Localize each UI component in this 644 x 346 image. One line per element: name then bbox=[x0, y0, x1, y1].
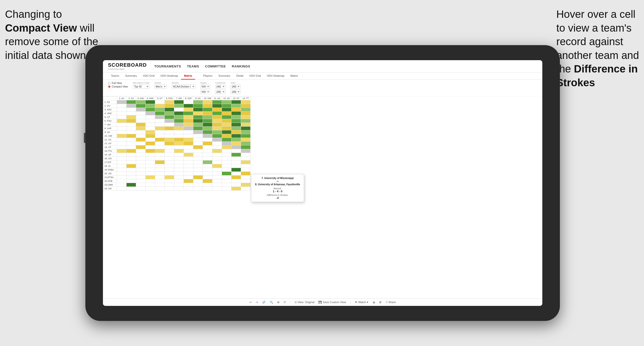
matrix-cell[interactable] bbox=[136, 187, 146, 191]
matrix-cell[interactable] bbox=[231, 104, 241, 108]
matrix-cell[interactable] bbox=[174, 115, 184, 119]
matrix-cell[interactable] bbox=[184, 104, 193, 108]
matrix-cell[interactable] bbox=[193, 112, 203, 115]
matrix-cell[interactable] bbox=[222, 176, 231, 179]
matrix-cell[interactable] bbox=[155, 160, 165, 164]
matrix-cell[interactable] bbox=[203, 108, 212, 112]
matrix-cell[interactable] bbox=[231, 183, 241, 187]
matrix-cell[interactable] bbox=[222, 130, 231, 134]
matrix-cell[interactable] bbox=[222, 153, 231, 157]
matrix-cell[interactable] bbox=[146, 138, 155, 142]
matrix-cell[interactable] bbox=[136, 108, 146, 112]
matrix-cell[interactable] bbox=[222, 168, 231, 172]
matrix-cell[interactable] bbox=[136, 134, 146, 138]
matrix-cell[interactable] bbox=[212, 119, 222, 123]
matrix-cell[interactable] bbox=[203, 104, 212, 108]
matrix-cell[interactable] bbox=[212, 134, 222, 138]
matrix-cell[interactable] bbox=[165, 157, 174, 160]
matrix-cell[interactable] bbox=[127, 123, 136, 127]
matrix-cell[interactable] bbox=[174, 179, 184, 183]
toolbar-redo[interactable]: ↪ bbox=[256, 301, 258, 304]
matrix-cell[interactable] bbox=[193, 157, 203, 160]
matrix-cell[interactable] bbox=[127, 112, 136, 115]
matrix-cell[interactable] bbox=[136, 115, 146, 119]
matrix-cell[interactable] bbox=[193, 172, 203, 176]
matrix-cell[interactable] bbox=[212, 145, 222, 149]
subtab-p-detail[interactable]: Detail bbox=[233, 72, 246, 79]
matrix-cell[interactable] bbox=[241, 164, 251, 168]
matrix-cell[interactable] bbox=[212, 172, 222, 176]
matrix-cell[interactable] bbox=[146, 115, 155, 119]
toolbar-link[interactable]: 🔗 bbox=[262, 301, 266, 304]
matrix-cell[interactable] bbox=[231, 187, 241, 191]
matrix-cell[interactable] bbox=[146, 112, 155, 115]
matrix-cell[interactable] bbox=[127, 130, 136, 134]
subtab-teams[interactable]: Teams bbox=[108, 72, 122, 79]
matrix-cell[interactable] bbox=[136, 149, 146, 153]
matrix-cell[interactable] bbox=[212, 164, 222, 168]
matrix-cell[interactable] bbox=[146, 142, 155, 145]
matrix-cell[interactable] bbox=[203, 130, 212, 134]
matrix-cell[interactable] bbox=[117, 119, 127, 123]
matrix-cell[interactable] bbox=[155, 108, 165, 112]
matrix-cell[interactable] bbox=[174, 138, 184, 142]
matrix-cell[interactable] bbox=[117, 149, 127, 153]
matrix-cell[interactable] bbox=[146, 149, 155, 153]
matrix-cell[interactable] bbox=[212, 112, 222, 115]
matrix-cell[interactable] bbox=[146, 183, 155, 187]
matrix-cell[interactable] bbox=[231, 179, 241, 183]
matrix-cell[interactable] bbox=[231, 119, 241, 123]
matrix-cell[interactable] bbox=[222, 160, 231, 164]
matrix-cell[interactable] bbox=[212, 115, 222, 119]
matrix-cell[interactable] bbox=[231, 153, 241, 157]
subtab-h2h-grid[interactable]: H2H Grid bbox=[140, 72, 157, 79]
matrix-cell[interactable] bbox=[212, 123, 222, 127]
filter-max-teams-select[interactable]: Top 50 bbox=[133, 84, 149, 89]
matrix-cell[interactable] bbox=[165, 104, 174, 108]
subtab-p-h2h-grid[interactable]: H2H Grid bbox=[246, 72, 264, 79]
matrix-cell[interactable] bbox=[241, 145, 251, 149]
filter-gender-select[interactable]: Men's bbox=[154, 84, 167, 89]
matrix-cell[interactable] bbox=[117, 134, 127, 138]
matrix-cell[interactable] bbox=[222, 138, 231, 142]
matrix-cell[interactable] bbox=[155, 142, 165, 145]
matrix-cell[interactable] bbox=[184, 119, 193, 123]
matrix-cell[interactable] bbox=[174, 127, 184, 130]
matrix-cell[interactable] bbox=[174, 100, 184, 104]
matrix-cell[interactable] bbox=[203, 187, 212, 191]
matrix-cell[interactable] bbox=[203, 115, 212, 119]
matrix-cell[interactable] bbox=[155, 130, 165, 134]
matrix-cell[interactable] bbox=[231, 100, 241, 104]
matrix-cell[interactable] bbox=[174, 172, 184, 176]
subtab-summary[interactable]: Summary bbox=[122, 72, 140, 79]
matrix-cell[interactable] bbox=[136, 119, 146, 123]
matrix-cell[interactable] bbox=[212, 127, 222, 130]
matrix-cell[interactable] bbox=[127, 168, 136, 172]
matrix-cell[interactable] bbox=[231, 149, 241, 153]
matrix-cell[interactable] bbox=[184, 164, 193, 168]
matrix-cell[interactable] bbox=[241, 149, 251, 153]
matrix-cell[interactable] bbox=[155, 153, 165, 157]
matrix-cell[interactable] bbox=[241, 179, 251, 183]
matrix-cell[interactable] bbox=[155, 100, 165, 104]
matrix-cell[interactable] bbox=[155, 176, 165, 179]
matrix-cell[interactable] bbox=[231, 157, 241, 160]
matrix-cell[interactable] bbox=[212, 104, 222, 108]
matrix-cell[interactable] bbox=[136, 145, 146, 149]
matrix-cell[interactable] bbox=[193, 119, 203, 123]
matrix-cell[interactable] bbox=[222, 157, 231, 160]
matrix-cell[interactable] bbox=[146, 157, 155, 160]
matrix-cell[interactable] bbox=[203, 157, 212, 160]
matrix-cell[interactable] bbox=[231, 123, 241, 127]
matrix-cell[interactable] bbox=[203, 176, 212, 179]
matrix-cell[interactable] bbox=[184, 138, 193, 142]
matrix-cell[interactable] bbox=[155, 104, 165, 108]
filter-conference-select[interactable]: (All) bbox=[215, 84, 225, 89]
matrix-cell[interactable] bbox=[184, 145, 193, 149]
matrix-cell[interactable] bbox=[193, 115, 203, 119]
matrix-cell[interactable] bbox=[241, 123, 251, 127]
nav-committee[interactable]: COMMITTEE bbox=[205, 64, 226, 68]
matrix-cell[interactable] bbox=[165, 123, 174, 127]
matrix-cell[interactable] bbox=[222, 119, 231, 123]
matrix-cell[interactable] bbox=[193, 153, 203, 157]
